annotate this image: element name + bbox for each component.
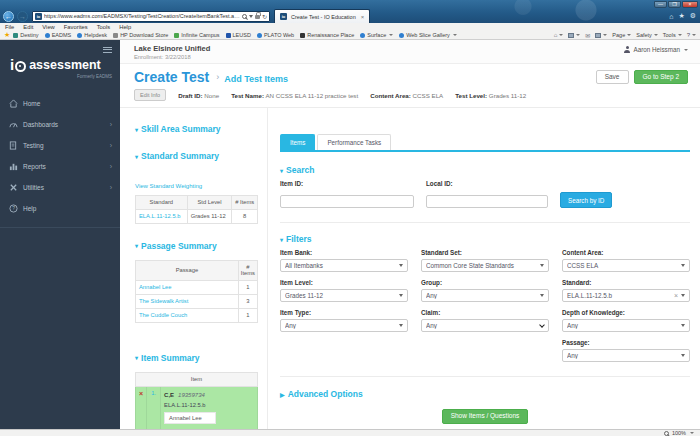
menu-help[interactable]: Help (119, 24, 131, 30)
tools-menu-button[interactable]: Tools (663, 32, 682, 38)
close-button[interactable]: × (682, 1, 698, 8)
chevron-down-icon (681, 264, 685, 267)
group-select[interactable]: Any (421, 289, 549, 302)
filters-toggle[interactable]: ▾ Filters (280, 234, 690, 244)
zoom-level[interactable]: 100% (672, 430, 686, 436)
clear-icon[interactable]: × (674, 292, 678, 299)
menu-favorites[interactable]: Favorites (64, 24, 88, 30)
standard-select[interactable]: ELA.L.11-12.5.b× (562, 289, 690, 302)
sidebar-item-utilities[interactable]: Utilities › (0, 177, 120, 198)
settings-gear-icon[interactable]: ⚙ (690, 12, 696, 20)
content-area-select[interactable]: CCSS ELA (562, 259, 690, 272)
read-mail-button[interactable]: ✉ (585, 32, 590, 39)
show-items-questions-button[interactable]: Show Items / Questions (442, 409, 529, 424)
chevron-down-icon (678, 34, 682, 36)
standard-set-select[interactable]: Common Core State Standards (421, 259, 549, 272)
search-icon[interactable] (242, 14, 247, 19)
claim-select[interactable]: Any (421, 319, 549, 332)
chevron-down-icon (603, 34, 607, 36)
advanced-options-toggle[interactable]: ▶ Advanced Options (280, 389, 690, 399)
save-button[interactable]: Save (596, 70, 629, 85)
menu-edit[interactable]: Edit (23, 24, 33, 30)
favorite-infinite-campus[interactable]: Infinite Campus (174, 32, 219, 38)
standard-link[interactable]: ELA.L.11-12.5.b (139, 213, 180, 219)
favorite-surface[interactable]: Surface (360, 32, 393, 38)
menu-icon[interactable] (103, 45, 112, 54)
search-toggle[interactable]: ▾ Search (280, 165, 690, 175)
local-id-input[interactable] (426, 195, 548, 208)
passage-summary-toggle[interactable]: ▾ Passage Summary (135, 241, 258, 251)
favorite-eadms[interactable]: EADMS (45, 32, 72, 38)
chevron-down-icon[interactable] (249, 15, 253, 18)
sidebar-item-home[interactable]: Home (0, 93, 120, 114)
sidebar-item-testing[interactable]: Testing › (0, 135, 120, 156)
tab-performance-tasks[interactable]: Performance Tasks (317, 134, 391, 150)
favorite-destiny[interactable]: Destiny (13, 32, 38, 38)
app-header: Lake Elsinore Unified Enrollment: 3/22/2… (120, 40, 700, 64)
favorite-web-slice-gallery[interactable]: Web Slice Gallery (399, 32, 457, 38)
chevron-down-icon[interactable] (690, 432, 694, 434)
favorite-hp-download-store[interactable]: HP Download Store (113, 32, 168, 38)
favorite-leusd[interactable]: LEUSD (226, 32, 251, 38)
items-tabs: Items Performance Tasks (280, 134, 690, 152)
item-id: 19359734 (178, 392, 205, 398)
add-favorite-icon[interactable]: ★ (4, 31, 10, 39)
view-standard-weighting-link[interactable]: View Standard Weighting (135, 183, 202, 189)
menu-file[interactable]: File (5, 24, 14, 30)
safety-menu-button[interactable]: Safety (636, 32, 658, 38)
passage-link[interactable]: Annabel Lee (139, 284, 172, 290)
go-to-step-2-button[interactable]: Go to Step 2 (634, 70, 689, 85)
chevron-down-icon (681, 354, 685, 357)
table-row: Annabel Lee 1 (136, 280, 258, 294)
item-bank-select[interactable]: All Itembanks (280, 259, 408, 272)
print-button[interactable] (595, 33, 607, 38)
depth-of-knowledge-select[interactable]: Any (562, 319, 690, 332)
passage-link[interactable]: The Sidewalk Artist (139, 298, 188, 304)
menu-view[interactable]: View (42, 24, 54, 30)
home-menu-button[interactable]: ⌂ (554, 32, 564, 38)
feeds-button[interactable] (568, 33, 580, 38)
skill-area-summary-toggle[interactable]: ▾ Skill Area Summary (135, 124, 258, 134)
ie-favicon (45, 33, 50, 38)
dashboard-icon (8, 120, 18, 129)
chevron-down-icon (627, 34, 631, 36)
sidebar-item-reports[interactable]: Reports › (0, 156, 120, 177)
maximize-button[interactable]: ❐ (668, 1, 681, 8)
edit-info-button[interactable]: Edit Info (134, 89, 166, 101)
favorite-helpdesk[interactable]: Helpdesk (77, 32, 107, 38)
favorites-star-icon[interactable]: ★ (678, 12, 684, 20)
user-menu[interactable]: Aaron Heissman (624, 46, 688, 53)
minimize-button[interactable]: — (654, 1, 667, 8)
test-level-value: Grades 11-12 (489, 92, 526, 99)
item-id-input[interactable] (280, 195, 414, 208)
favorite-plato-web[interactable]: PLATO Web (257, 32, 294, 38)
favorites-bar: ★ Destiny EADMS Helpdesk HP Download Sto… (0, 31, 700, 40)
refresh-icon[interactable]: ↻ (262, 13, 267, 20)
forward-button[interactable]: → (17, 11, 28, 22)
item-number-link[interactable]: 1. (151, 390, 156, 396)
back-button[interactable]: ← (3, 11, 14, 22)
item-type-select[interactable]: Any (280, 319, 408, 332)
browser-tab[interactable]: io Create Test - IO Education × (274, 9, 370, 23)
favorite-renaissance-place[interactable]: Renaissance Place (300, 32, 354, 38)
menu-tools[interactable]: Tools (97, 24, 111, 30)
tab-items[interactable]: Items (280, 134, 315, 150)
item-level-select[interactable]: Grades 11-12 (280, 289, 408, 302)
item-summary-toggle[interactable]: ▾ Item Summary (135, 353, 258, 363)
address-bar[interactable]: io https://www.eadms.com/EADMSX/Testing/… (32, 11, 270, 22)
search-by-id-button[interactable]: Search by ID (560, 192, 612, 208)
sidebar-item-help[interactable]: ? Help (0, 198, 120, 219)
page-menu-button[interactable]: Page (612, 32, 631, 38)
remove-item-icon[interactable]: × (139, 390, 143, 397)
passage-link[interactable]: The Cuddle Couch (139, 312, 187, 318)
tab-close-icon[interactable]: × (361, 14, 365, 20)
col-passage: Passage (136, 260, 239, 280)
filters-section: ▾ Filters Item Bank: All Itembanks Stand… (280, 234, 690, 362)
filter-standard: Standard: ELA.L.11-12.5.b× (562, 279, 690, 302)
sidebar-item-dashboards[interactable]: Dashboards › (0, 114, 120, 135)
ie-help-button[interactable]: ? (687, 32, 696, 38)
passage-select[interactable]: Any (562, 349, 690, 362)
home-icon[interactable]: ⌂ (669, 13, 673, 20)
destiny-favicon (13, 33, 18, 38)
standard-summary-toggle[interactable]: ▾ Standard Summary (135, 151, 258, 161)
